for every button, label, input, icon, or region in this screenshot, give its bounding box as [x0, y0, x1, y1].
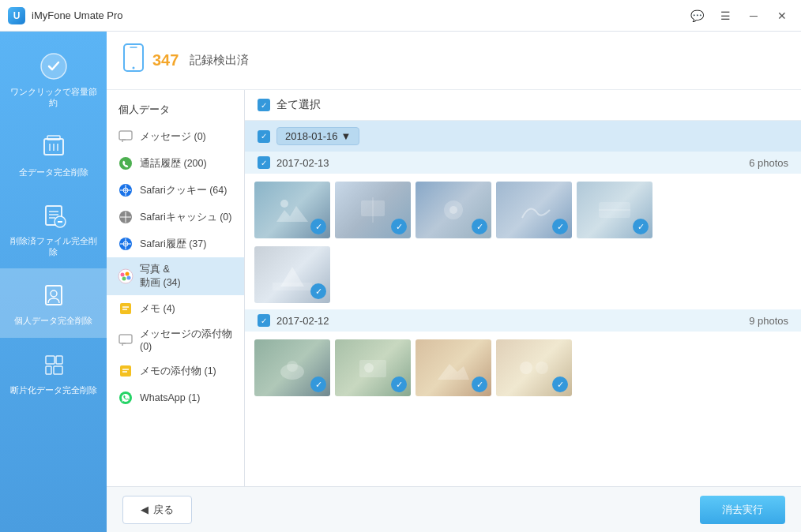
nav-item-call[interactable]: 通話履歴 (200): [107, 150, 244, 177]
sub-date-count-2017-02-12: 9 photos: [749, 315, 788, 327]
photo-check-9[interactable]: ✓: [472, 377, 487, 392]
svg-point-56: [287, 361, 298, 372]
photo-thumb-8[interactable]: ✓: [335, 339, 411, 396]
svg-rect-2: [47, 136, 60, 140]
nav-item-whatsapp[interactable]: WhatsApp (1): [107, 384, 244, 411]
photo-grid-2017-02-13-row2: ✓: [245, 246, 801, 309]
message-button[interactable]: 💬: [686, 5, 708, 27]
personal-delete-icon: [38, 279, 70, 311]
fragment-delete-icon: [38, 349, 70, 380]
photo-check-6[interactable]: ✓: [310, 283, 326, 299]
nav-item-msg-attach[interactable]: メッセージの添付物 (0): [107, 322, 244, 358]
svg-point-58: [364, 363, 374, 373]
svg-rect-54: [273, 283, 312, 290]
photo-thumb-3[interactable]: ✓: [416, 182, 491, 238]
svg-point-38: [127, 276, 131, 280]
photo-thumb-1[interactable]: ✓: [254, 182, 330, 238]
header-count: 347: [152, 51, 179, 69]
nav-item-photo-video[interactable]: 写真 &動画 (34): [107, 257, 244, 295]
nav-item-safari-cache[interactable]: Safariキャッシュ (0): [107, 204, 244, 230]
nav-label-safari-cache: Safariキャッシュ (0): [140, 211, 233, 224]
photo-thumb-2[interactable]: ✓: [335, 182, 411, 238]
safari-cookie-nav-icon: [118, 182, 134, 198]
sub-date-checkbox-2017-02-13[interactable]: ✓: [258, 156, 270, 169]
sidebar-item-one-click[interactable]: ワンクリックで容量節約: [0, 39, 107, 120]
photo-panel[interactable]: ✓ 全て選択 ✓ 2018-01-16 ▼ ✓ 2017-02-13 6 pho…: [245, 90, 801, 486]
photo-grid-2017-02-13: ✓ ✓ ✓: [245, 174, 801, 246]
nav-label-safari-cookie: Safariクッキー (64): [140, 184, 233, 197]
sidebar-label-fragment-delete: 断片化データ完全削除: [10, 384, 97, 395]
sidebar-label-personal-delete: 個人データ完全削除: [14, 315, 92, 326]
sidebar-label-delete-files: 削除済ファイル完全削除: [6, 235, 100, 258]
sidebar-item-delete-files[interactable]: 削除済ファイル完全削除: [0, 189, 107, 269]
select-all-checkbox[interactable]: ✓: [258, 99, 270, 111]
delete-label: 消去実行: [722, 504, 763, 515]
sidebar-label-one-click: ワンクリックで容量節約: [6, 86, 100, 109]
nav-label-memo-attach: メモの添付物 (1): [140, 365, 233, 378]
header-text: 記録検出済: [190, 53, 249, 68]
nav-label-message: メッセージ (0): [140, 130, 233, 144]
svg-rect-17: [54, 366, 62, 374]
nav-label-whatsapp: WhatsApp (1): [140, 392, 233, 403]
minimize-button[interactable]: ─: [743, 5, 765, 27]
app-logo: U: [8, 7, 25, 24]
photo-thumb-5[interactable]: ✓: [577, 182, 652, 238]
photo-check-7[interactable]: ✓: [310, 377, 326, 392]
svg-rect-16: [46, 366, 51, 374]
nav-item-memo-attach[interactable]: メモの添付物 (1): [107, 358, 244, 384]
svg-rect-43: [120, 365, 131, 377]
photo-thumb-10[interactable]: ✓: [496, 339, 572, 396]
photo-check-8[interactable]: ✓: [391, 377, 407, 392]
date-group-dropdown-2018[interactable]: 2018-01-16 ▼: [276, 127, 359, 145]
sidebar-item-personal-delete[interactable]: 個人データ完全削除: [0, 268, 107, 337]
dropdown-arrow-icon: ▼: [341, 130, 352, 142]
sidebar-item-fragment-delete[interactable]: 断片化データ完全削除: [0, 338, 107, 406]
svg-point-47: [280, 200, 288, 208]
close-button[interactable]: ✕: [771, 5, 793, 27]
photo-check-4[interactable]: ✓: [552, 219, 568, 234]
nav-label-photo-video: 写真 &動画 (34): [140, 263, 233, 290]
photo-check-1[interactable]: ✓: [310, 219, 326, 234]
svg-point-35: [121, 273, 125, 277]
svg-point-34: [118, 269, 133, 283]
sidebar: ワンクリックで容量節約 全データ完全削除: [0, 32, 107, 532]
nav-label-safari-history: Safari履歴 (37): [140, 238, 233, 251]
date-group-checkbox-2018[interactable]: ✓: [258, 130, 270, 143]
phone-icon: [122, 43, 145, 77]
nav-item-memo[interactable]: メモ (4): [107, 295, 244, 322]
sidebar-item-full-delete[interactable]: 全データ完全削除: [0, 120, 107, 189]
nav-panel: 個人データ メッセージ (0) 通話履歴 (200): [107, 90, 245, 486]
titlebar: U iMyFone Umate Pro 💬 ☰ ─ ✕: [0, 0, 801, 32]
nav-item-safari-history[interactable]: Safari履歴 (37): [107, 230, 244, 257]
svg-point-37: [122, 277, 126, 281]
nav-section-title: 個人データ: [107, 98, 244, 123]
sub-date-label-2017-02-12: 2017-02-12: [276, 315, 329, 327]
app-body: ワンクリックで容量節約 全データ完全削除: [0, 32, 801, 532]
photo-thumb-6[interactable]: ✓: [254, 246, 330, 303]
svg-rect-39: [120, 303, 131, 314]
photo-thumb-9[interactable]: ✓: [416, 339, 491, 396]
photo-check-2[interactable]: ✓: [391, 219, 407, 234]
svg-point-22: [119, 157, 132, 170]
svg-rect-21: [119, 131, 132, 140]
nav-item-safari-cookie[interactable]: Safariクッキー (64): [107, 177, 244, 204]
svg-point-13: [51, 290, 57, 297]
date-group-header-2018: ✓ 2018-01-16 ▼: [245, 121, 801, 152]
back-button[interactable]: ◀ 戻る: [122, 496, 192, 524]
photo-check-3[interactable]: ✓: [472, 219, 487, 234]
memo-attach-nav-icon: [118, 363, 134, 379]
nav-item-message[interactable]: メッセージ (0): [107, 123, 244, 150]
select-all-label: 全て選択: [276, 98, 321, 112]
photo-check-5[interactable]: ✓: [633, 219, 649, 234]
sidebar-label-full-delete: 全データ完全削除: [19, 167, 88, 178]
photo-check-10[interactable]: ✓: [552, 377, 568, 392]
back-label: 戻る: [153, 503, 174, 517]
svg-point-60: [536, 362, 548, 374]
safari-history-nav-icon: [118, 236, 134, 252]
photo-thumb-7[interactable]: ✓: [254, 339, 330, 396]
delete-button[interactable]: 消去実行: [700, 496, 785, 524]
photo-thumb-4[interactable]: ✓: [496, 182, 572, 238]
app-title: iMyFone Umate Pro: [32, 9, 686, 21]
menu-button[interactable]: ☰: [714, 5, 736, 27]
sub-date-checkbox-2017-02-12[interactable]: ✓: [258, 314, 270, 327]
